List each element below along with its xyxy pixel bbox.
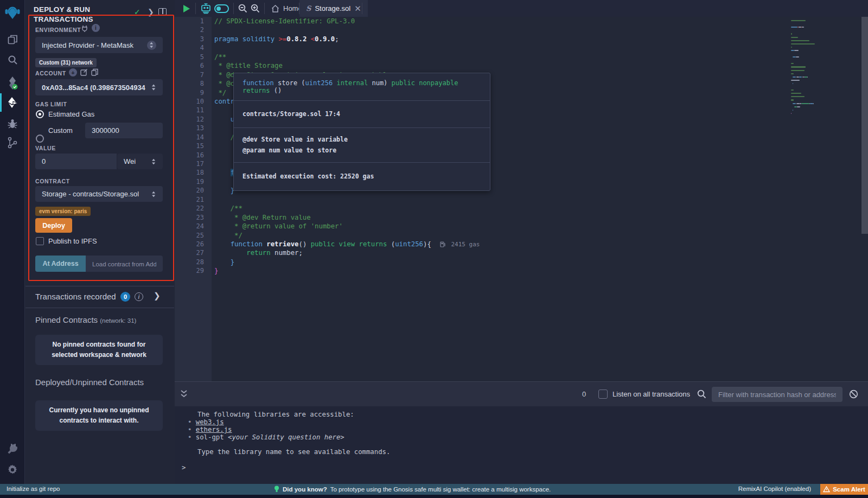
account-label: ACCOUNT bbox=[35, 70, 66, 76]
expand-terminal-icon[interactable] bbox=[180, 389, 188, 401]
tooltip-docs: @dev Store value in variable @param num … bbox=[234, 128, 490, 163]
search-icon[interactable] bbox=[0, 50, 25, 69]
listen-label: Listen on all transactions bbox=[612, 390, 690, 398]
divider bbox=[25, 286, 174, 286]
divider bbox=[25, 308, 174, 308]
git-init-button[interactable]: Initialize as git repo bbox=[7, 486, 60, 492]
icon-rail bbox=[0, 0, 25, 484]
custom-gas-input[interactable] bbox=[85, 123, 163, 138]
transaction-filter-input[interactable] bbox=[712, 387, 843, 402]
close-tab-icon[interactable]: ✕ bbox=[354, 4, 361, 14]
evm-version-badge: evm version: paris bbox=[35, 206, 91, 216]
contract-label: CONTRACT bbox=[35, 178, 70, 184]
unpinned-empty-card: Currently you have no unpinned contracts… bbox=[35, 400, 163, 431]
editor-toolbar: Home S Storage.sol ✕ bbox=[175, 0, 868, 17]
minimap[interactable] bbox=[788, 17, 842, 136]
tooltip-gas-cost: Estimated execution cost: 22520 gas bbox=[234, 163, 490, 190]
run-play-icon[interactable] bbox=[183, 5, 190, 12]
pin-panel-icon[interactable] bbox=[158, 8, 167, 15]
copilot-toggle[interactable] bbox=[214, 4, 229, 13]
contract-select[interactable]: Storage - contracts/Storage.sol bbox=[35, 186, 163, 202]
scam-alert-button[interactable]: Scam Alert bbox=[820, 484, 868, 495]
pinned-contracts-title: Pinned Contracts (network: 31) bbox=[35, 315, 136, 324]
at-address-input[interactable] bbox=[86, 256, 163, 272]
zoom-in-icon[interactable] bbox=[251, 4, 260, 15]
function-hover-tooltip: function store (uint256 internal num) pu… bbox=[233, 73, 490, 191]
deploy-run-icon[interactable] bbox=[0, 93, 25, 112]
status-bar: Initialize as git repo Did you know? To … bbox=[0, 484, 868, 495]
copy-account-icon[interactable] bbox=[91, 68, 98, 78]
terminal-line: The following libraries are accessible: bbox=[197, 411, 354, 418]
transactions-count-badge: 0 bbox=[120, 292, 130, 302]
terminal-output[interactable]: The following libraries are accessible: … bbox=[175, 406, 868, 484]
deploy-button[interactable]: Deploy bbox=[35, 218, 72, 233]
value-unit-select[interactable]: Wei bbox=[117, 154, 163, 169]
estimated-gas-label: Estimated Gas bbox=[48, 110, 94, 118]
pinned-empty-card: No pinned contracts found for selected w… bbox=[35, 335, 163, 365]
run-script-chevron-icon[interactable]: ❯ bbox=[148, 8, 154, 16]
sign-message-icon[interactable] bbox=[80, 68, 88, 78]
terminal-line: Type the library name to see available c… bbox=[197, 448, 390, 456]
divider bbox=[233, 3, 234, 14]
value-input[interactable] bbox=[35, 154, 117, 169]
compile-success-check-icon: ✓ bbox=[134, 8, 141, 16]
terminal-search-icon[interactable] bbox=[697, 390, 706, 401]
terminal-line: • web3.js bbox=[188, 418, 224, 426]
zoom-out-icon[interactable] bbox=[238, 4, 247, 15]
plug-icon[interactable] bbox=[81, 24, 88, 34]
listen-checkbox[interactable] bbox=[598, 390, 608, 399]
terminal-header: 0 Listen on all transactions bbox=[175, 381, 868, 406]
solidity-file-icon: S bbox=[306, 4, 311, 12]
custom-gas-radio[interactable] bbox=[36, 135, 44, 143]
debugger-icon[interactable] bbox=[0, 114, 25, 133]
solidity-compiler-icon[interactable] bbox=[0, 74, 25, 92]
at-address-button[interactable]: At Address bbox=[35, 256, 86, 272]
ethersjs-link[interactable]: ethers.js bbox=[196, 426, 232, 433]
remix-logo[interactable] bbox=[0, 3, 25, 22]
terminal-line: • sol-gpt <your Solidity question here> bbox=[188, 433, 344, 441]
editor-scrollbar[interactable] bbox=[861, 17, 868, 234]
panel-title: DEPLOY & RUN TRANSACTIONS bbox=[34, 5, 126, 24]
home-icon bbox=[271, 5, 279, 12]
web3js-link[interactable]: web3.js bbox=[196, 418, 224, 426]
code-editor[interactable]: 1234567891011121314151617181920212223242… bbox=[175, 17, 868, 381]
remixai-robot-icon[interactable] bbox=[200, 3, 212, 16]
environment-caret-icon[interactable] bbox=[147, 41, 156, 50]
publish-ipfs-checkbox[interactable] bbox=[36, 237, 44, 245]
publish-ipfs-label: Publish to IPFS bbox=[48, 237, 97, 245]
lightbulb-icon bbox=[274, 486, 279, 493]
clear-console-icon[interactable] bbox=[849, 390, 858, 401]
settings-gear-icon[interactable] bbox=[0, 461, 25, 479]
value-label: VALUE bbox=[35, 145, 56, 151]
warning-triangle-icon bbox=[823, 486, 830, 493]
tooltip-signature: function store (uint256 internal num) pu… bbox=[234, 73, 490, 101]
account-select[interactable]: 0xA03...85ac4 (0.398673504934 bbox=[35, 79, 163, 95]
environment-label: ENVIRONMENT bbox=[35, 27, 81, 33]
terminal-line: • ethers.js bbox=[188, 426, 232, 433]
environment-info-icon[interactable]: i bbox=[92, 24, 100, 32]
transactions-recorded-label: Transactions recorded bbox=[35, 292, 116, 301]
workspaces-icon[interactable] bbox=[0, 30, 25, 48]
deploy-run-panel: DEPLOY & RUN TRANSACTIONS ✓ ❯ ENVIRONMEN… bbox=[25, 0, 174, 484]
environment-select[interactable]: Injected Provider - MetaMask bbox=[35, 37, 163, 53]
line-numbers: 1234567891011121314151617181920212223242… bbox=[175, 17, 212, 381]
terminal-prompt[interactable]: > bbox=[182, 464, 186, 471]
transactions-info-icon[interactable]: i bbox=[135, 292, 143, 301]
divider bbox=[195, 3, 196, 14]
bottom-strip bbox=[0, 495, 868, 498]
network-badge: Custom (31) network bbox=[35, 57, 97, 67]
transactions-expand-chevron-icon[interactable]: ❯ bbox=[154, 291, 161, 301]
git-icon[interactable] bbox=[0, 133, 25, 152]
copilot-status[interactable]: RemixAI Copilot (enabled) bbox=[738, 486, 811, 492]
pinned-network-subtitle: (network: 31) bbox=[100, 317, 136, 324]
divider bbox=[362, 3, 362, 14]
unpinned-contracts-title: Deployed/Unpinned Contracts bbox=[35, 378, 144, 387]
estimated-gas-radio[interactable] bbox=[36, 110, 44, 118]
did-you-know-tip: Did you know? To prototype using the Gno… bbox=[274, 486, 551, 493]
plugin-manager-icon[interactable] bbox=[0, 439, 25, 458]
add-account-icon[interactable]: + bbox=[69, 68, 77, 76]
tab-storage-sol[interactable]: S Storage.sol ✕ bbox=[299, 0, 368, 17]
custom-gas-label: Custom bbox=[48, 126, 73, 135]
tooltip-location: contracts/Storage.sol 17:4 bbox=[234, 101, 490, 128]
remix-ide-window: DEPLOY & RUN TRANSACTIONS ✓ ❯ ENVIRONMEN… bbox=[0, 0, 868, 498]
